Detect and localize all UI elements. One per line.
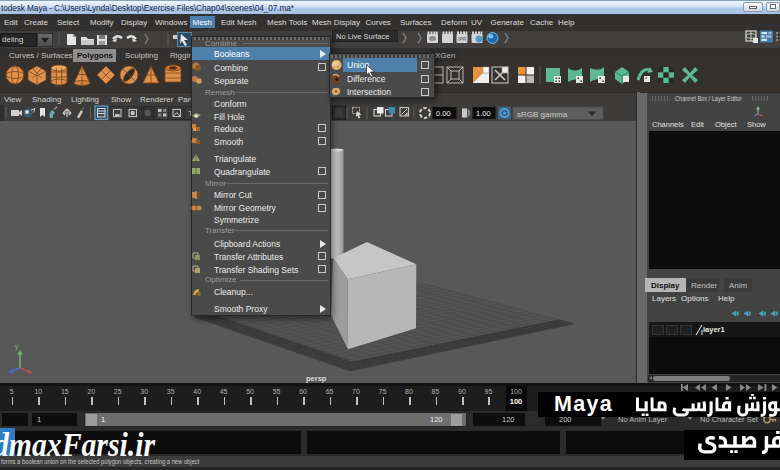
svg-text:sRGB gamma: sRGB gamma xyxy=(517,109,568,118)
svg-text:0.00: 0.00 xyxy=(436,109,451,118)
svg-text:IPR: IPR xyxy=(458,36,467,42)
svg-text:1.00: 1.00 xyxy=(476,109,491,118)
